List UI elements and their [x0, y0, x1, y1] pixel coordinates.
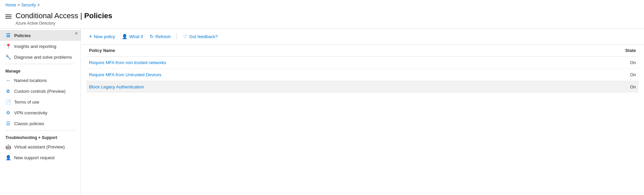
sidebar-label-terms: Terms of use	[14, 100, 39, 105]
custom-controls-icon: 🖥	[5, 88, 11, 94]
main-content: + New policy 👤 What if ↻ Refresh ♡ Got f…	[81, 29, 644, 195]
what-if-label: What if	[129, 34, 143, 39]
page-subtitle: Azure Active Directory	[16, 21, 112, 26]
sidebar-item-custom-controls[interactable]: 🖥 Custom controls (Preview)	[0, 86, 81, 96]
sidebar-label-diagnose: Diagnose and solve problems	[14, 55, 72, 60]
policies-icon: ☰	[5, 33, 11, 38]
table-row[interactable]: Require MFA from non trusted networksOn	[86, 57, 639, 69]
sidebar-label-insights: Insights and reporting	[14, 44, 56, 49]
new-policy-button[interactable]: + New policy	[86, 32, 118, 41]
feedback-button[interactable]: ♡ Got feedback?	[180, 32, 221, 40]
sidebar-divider-2	[5, 130, 75, 131]
refresh-icon: ↻	[150, 34, 154, 39]
sidebar-item-diagnose[interactable]: 🔧 Diagnose and solve problems	[0, 52, 81, 62]
policy-name-cell: Block Legacy Authentication	[86, 81, 549, 93]
classic-icon: ☰	[5, 121, 11, 126]
sidebar-item-insights[interactable]: 📍 Insights and reporting	[0, 41, 81, 52]
policy-state-cell: On	[549, 81, 639, 93]
sidebar-item-vpn[interactable]: ⚙ VPN connectivity	[0, 107, 81, 118]
terms-icon: 📄	[5, 99, 11, 105]
sidebar-item-terms[interactable]: 📄 Terms of use	[0, 96, 81, 107]
main-layout: « ☰ Policies 📍 Insights and reporting 🔧 …	[0, 29, 644, 195]
insights-icon: 📍	[5, 44, 11, 49]
policy-table: Policy Name State Require MFA from non t…	[86, 45, 639, 93]
sidebar: « ☰ Policies 📍 Insights and reporting 🔧 …	[0, 29, 81, 195]
new-policy-icon: +	[89, 33, 92, 39]
policy-link[interactable]: Block Legacy Authentication	[89, 84, 144, 89]
sidebar-label-policies: Policies	[14, 33, 31, 38]
toolbar: + New policy 👤 What if ↻ Refresh ♡ Got f…	[81, 29, 644, 45]
sidebar-label-named-locations: Named locations	[14, 78, 47, 83]
policy-name-cell: Require MFA from non trusted networks	[86, 57, 549, 69]
sidebar-label-custom-controls: Custom controls (Preview)	[14, 89, 65, 94]
sidebar-divider-1	[5, 64, 75, 64]
feedback-icon: ♡	[183, 34, 187, 39]
new-support-icon: 👤	[5, 155, 11, 160]
sidebar-item-virtual-assistant[interactable]: 🤖 Virtual assistant (Preview)	[0, 141, 81, 152]
diagnose-icon: 🔧	[5, 54, 11, 60]
hamburger-icon[interactable]	[5, 13, 11, 20]
policy-state-cell: On	[549, 57, 639, 69]
named-locations-icon: ↔	[5, 78, 11, 83]
sidebar-label-new-support: New support request	[14, 155, 55, 160]
sidebar-label-virtual-assistant: Virtual assistant (Preview)	[14, 144, 65, 149]
breadcrumb-security[interactable]: Security	[21, 3, 36, 7]
table-row[interactable]: Require MFA from Untrusted DevicesOn	[86, 69, 639, 81]
col-policy-name: Policy Name	[86, 45, 549, 57]
policy-link[interactable]: Require MFA from non trusted networks	[89, 60, 166, 65]
what-if-button[interactable]: 👤 What if	[119, 32, 145, 40]
col-state: State	[549, 45, 639, 57]
toolbar-separator	[177, 33, 177, 40]
sidebar-item-new-support[interactable]: 👤 New support request	[0, 152, 81, 163]
breadcrumb: Home > Security >	[0, 0, 644, 10]
manage-section-label: Manage	[0, 65, 81, 75]
refresh-label: Refresh	[155, 34, 171, 39]
page-header: Conditional Access | Policies Azure Acti…	[0, 10, 644, 29]
troubleshooting-section-label: Troubleshooting + Support	[0, 132, 81, 141]
collapse-button[interactable]: «	[75, 30, 78, 36]
what-if-icon: 👤	[122, 34, 127, 39]
new-policy-label: New policy	[94, 34, 115, 39]
policy-state-cell: On	[549, 69, 639, 81]
vpn-icon: ⚙	[5, 110, 11, 115]
sidebar-item-classic[interactable]: ☰ Classic policies	[0, 118, 81, 129]
sidebar-item-named-locations[interactable]: ↔ Named locations	[0, 75, 81, 86]
feedback-label: Got feedback?	[189, 34, 218, 39]
policy-link[interactable]: Require MFA from Untrusted Devices	[89, 72, 162, 77]
table-area: Policy Name State Require MFA from non t…	[81, 45, 644, 195]
sidebar-label-vpn: VPN connectivity	[14, 110, 47, 115]
table-row[interactable]: Block Legacy AuthenticationOn	[86, 81, 639, 93]
sidebar-label-classic: Classic policies	[14, 121, 44, 126]
refresh-button[interactable]: ↻ Refresh	[147, 32, 174, 40]
breadcrumb-home[interactable]: Home	[5, 3, 16, 7]
policy-name-cell: Require MFA from Untrusted Devices	[86, 69, 549, 81]
page-title: Conditional Access | Policies	[16, 11, 112, 20]
sidebar-item-policies[interactable]: ☰ Policies	[0, 30, 81, 41]
header-title-block: Conditional Access | Policies Azure Acti…	[16, 11, 112, 26]
virtual-assistant-icon: 🤖	[5, 144, 11, 149]
